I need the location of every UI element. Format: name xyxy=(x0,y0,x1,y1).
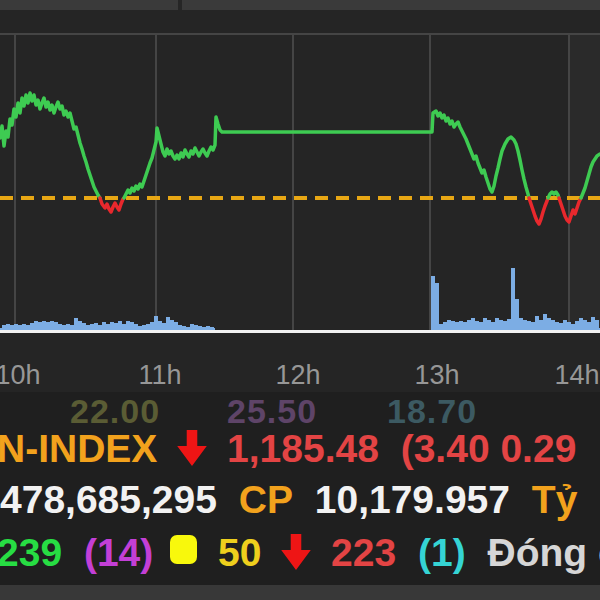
market-breadth-row[interactable]: 239 (14) 50 223 (1) Đóng c xyxy=(0,529,597,577)
session-status: Đóng c xyxy=(487,531,600,574)
shares-unit: CP xyxy=(239,478,293,521)
advancers-count: 239 xyxy=(0,531,62,574)
unchanged-square-icon xyxy=(170,535,197,564)
intraday-chart[interactable]: 10h11h12h13h14h xyxy=(0,0,600,392)
x-axis-label: 14h xyxy=(554,360,599,390)
bottom-strip xyxy=(0,585,600,600)
x-axis-label: 13h xyxy=(414,360,459,390)
top-strip xyxy=(0,0,600,10)
x-axis-label: 12h xyxy=(275,360,320,390)
index-name: N-INDEX xyxy=(0,427,157,470)
stock-app-screen: 10h11h12h13h14h 22.0025.5018.70 N-INDEX … xyxy=(0,0,600,600)
index-value: 1,185.48 xyxy=(227,427,379,470)
traded-value: 10,179.957 xyxy=(315,478,510,521)
index-change: (3.40 0.29 xyxy=(401,427,577,470)
down-arrow-icon xyxy=(278,533,314,571)
unchanged-count: 50 xyxy=(218,531,261,574)
index-summary-row[interactable]: N-INDEX 1,185.48 (3.40 0.29 xyxy=(0,425,597,473)
x-axis-label: 10h xyxy=(0,360,41,390)
down-arrow-icon xyxy=(174,429,210,467)
ticker-board: 22.0025.5018.70 N-INDEX 1,185.48 (3.40 0… xyxy=(0,392,600,585)
ceiling-count: (14) xyxy=(84,531,153,574)
x-axis-label: 11h xyxy=(138,360,181,390)
floor-count: (1) xyxy=(418,531,466,574)
volume-summary-row[interactable]: 478,685,295 CP 10,179.957 Tỷ xyxy=(0,476,600,524)
chart-canvas[interactable]: 10h11h12h13h14h xyxy=(0,0,600,392)
top-strip-divider xyxy=(178,0,182,10)
dimmed-price-row: 22.0025.5018.70 xyxy=(0,392,600,426)
traded-shares: 478,685,295 xyxy=(0,478,217,521)
value-unit: Tỷ xyxy=(532,478,578,521)
decliners-count: 223 xyxy=(331,531,396,574)
